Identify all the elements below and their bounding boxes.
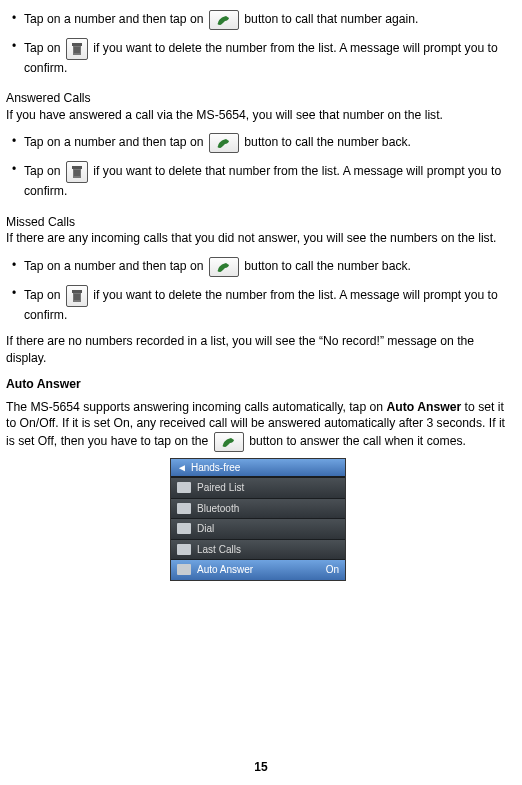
menu-row: Auto AnswerOn <box>171 559 345 580</box>
auto-answer-title: Auto Answer <box>6 377 81 391</box>
menu-item-icon <box>177 503 191 514</box>
menu-item-label: Auto Answer <box>197 563 320 577</box>
svg-rect-12 <box>74 294 75 300</box>
svg-rect-2 <box>74 47 75 53</box>
missed-bullets: Tap on a number and then tap on button t… <box>6 253 510 327</box>
top-bullets: Tap on a number and then tap on button t… <box>6 6 510 80</box>
list-item: Tap on a number and then tap on button t… <box>6 129 510 157</box>
menu-header-label: Hands-free <box>191 461 240 475</box>
menu-item-icon <box>177 544 191 555</box>
bullet-text-post: button to call the number back. <box>241 136 411 150</box>
svg-rect-9 <box>78 170 79 176</box>
menu-row: Last Calls <box>171 539 345 560</box>
menu-item-value: On <box>326 563 339 577</box>
auto-answer-pre: The MS-5654 supports answering incoming … <box>6 400 386 414</box>
bullet-text-pre: Tap on <box>24 165 64 179</box>
list-item: Tap on if you want to delete the number … <box>6 281 510 327</box>
bullet-text-post: if you want to delete that number from t… <box>24 165 501 199</box>
bullet-text-pre: Tap on <box>24 41 64 55</box>
menu-item-label: Paired List <box>197 481 339 495</box>
trash-icon <box>66 38 88 60</box>
phone-icon <box>214 432 244 452</box>
bullet-text-post: if you want to delete the number from th… <box>24 41 498 75</box>
svg-rect-14 <box>78 294 79 300</box>
list-item: Tap on if you want to delete that number… <box>6 157 510 203</box>
list-item: Tap on a number and then tap on button t… <box>6 6 510 34</box>
menu-item-label: Bluetooth <box>197 502 339 516</box>
bullet-text-pre: Tap on <box>24 288 64 302</box>
auto-answer-bold: Auto Answer <box>386 400 461 414</box>
trash-icon <box>66 161 88 183</box>
missed-calls-title: Missed Calls <box>6 214 510 230</box>
svg-rect-5 <box>72 166 82 169</box>
answered-calls-title: Answered Calls <box>6 90 510 106</box>
menu-screenshot: ◄ Hands-free Paired ListBluetoothDialLas… <box>170 458 346 581</box>
phone-icon <box>209 10 239 30</box>
menu-header: ◄ Hands-free <box>171 459 345 478</box>
menu-item-icon <box>177 482 191 493</box>
trash-icon <box>66 285 88 307</box>
page-number: 15 <box>0 759 522 775</box>
phone-icon <box>209 133 239 153</box>
svg-rect-3 <box>76 47 77 53</box>
list-item: Tap on a number and then tap on button t… <box>6 253 510 281</box>
svg-rect-0 <box>72 43 82 46</box>
bullet-text-pre: Tap on a number and then tap on <box>24 12 207 26</box>
menu-row: Paired List <box>171 477 345 498</box>
auto-answer-tail: button to answer the call when it comes. <box>246 434 466 448</box>
menu-row: Dial <box>171 518 345 539</box>
menu-item-icon <box>177 564 191 575</box>
menu-row: Bluetooth <box>171 498 345 519</box>
svg-rect-4 <box>78 47 79 53</box>
svg-rect-7 <box>74 170 75 176</box>
auto-answer-body: The MS-5654 supports answering incoming … <box>6 399 510 452</box>
svg-rect-10 <box>72 290 82 293</box>
menu-item-icon <box>177 523 191 534</box>
missed-calls-intro: If there are any incoming calls that you… <box>6 230 510 246</box>
no-record-note: If there are no numbers recorded in a li… <box>6 333 510 366</box>
bullet-text-pre: Tap on a number and then tap on <box>24 136 207 150</box>
svg-rect-13 <box>76 294 77 300</box>
menu-item-label: Dial <box>197 522 339 536</box>
list-item: Tap on if you want to delete the number … <box>6 34 510 80</box>
bullet-text-post: button to call that number again. <box>241 12 419 26</box>
phone-icon <box>209 257 239 277</box>
answered-calls-intro: If you have answered a call via the MS-5… <box>6 107 510 123</box>
bullet-text-pre: Tap on a number and then tap on <box>24 259 207 273</box>
svg-rect-8 <box>76 170 77 176</box>
bullet-text-post: button to call the number back. <box>241 259 411 273</box>
chevron-left-icon: ◄ <box>177 461 187 475</box>
bullet-text-post: if you want to delete the number from th… <box>24 288 498 322</box>
answered-bullets: Tap on a number and then tap on button t… <box>6 129 510 203</box>
menu-item-label: Last Calls <box>197 543 339 557</box>
